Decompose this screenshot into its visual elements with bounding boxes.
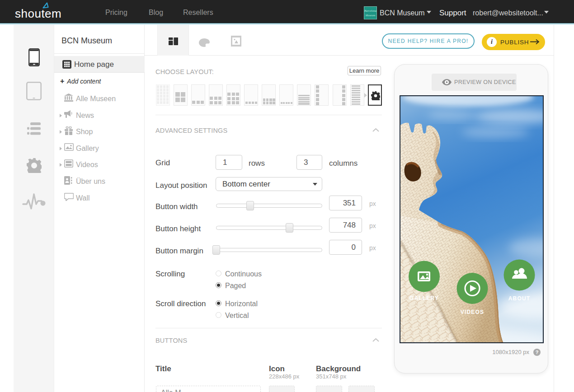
svg-text:VIDEOS: VIDEOS <box>461 309 485 315</box>
svg-text:ABOUT: ABOUT <box>508 295 531 302</box>
svg-text:GALLERY: GALLERY <box>409 295 439 301</box>
